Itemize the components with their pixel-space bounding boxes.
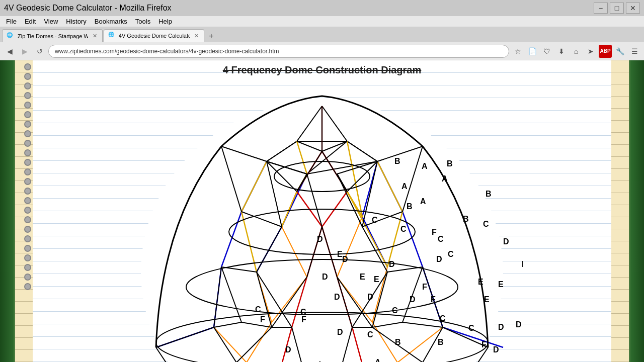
window-controls: − □ ✕ [594,3,640,14]
navigation-icon[interactable]: ➤ [584,45,597,58]
tab-2[interactable]: 🌐 4V Geodesic Dome Calculato... ✕ [104,29,204,42]
svg-text:A: A [401,182,408,191]
menu-help[interactable]: Help [154,17,176,26]
forward-button[interactable]: ▶ [18,45,31,58]
svg-text:D: D [334,293,340,301]
svg-text:E: E [374,275,379,284]
reader-icon[interactable]: 📄 [526,45,539,58]
page-content: 4 Frequency Dome Construction Diagram [0,60,644,362]
download-icon[interactable]: ⬇ [555,45,568,58]
svg-text:D: D [317,235,323,243]
svg-text:D: D [410,295,416,304]
svg-text:D: D [342,255,348,263]
svg-text:D: D [322,273,328,281]
label-A1: A [442,174,448,183]
tab-1-favicon: 🌐 [7,32,15,40]
svg-text:C: C [367,330,373,339]
maximize-button[interactable]: □ [610,3,624,14]
svg-text:F: F [422,283,427,291]
svg-text:B: B [447,159,453,168]
window-title: 4V Geodesic Dome Calculator - Mozilla Fi… [4,4,172,13]
svg-text:A: A [422,162,428,170]
toolbar-right: ☆ 📄 🛡 ⬇ ⌂ ➤ ABP 🔧 ☰ [511,45,641,58]
url-bar[interactable]: www.ziptiedomes.com/geodesic-dome-calcul… [48,45,509,58]
main-content: 4 Frequency Dome Construction Diagram [33,60,611,362]
svg-text:E: E [484,295,490,304]
svg-text:C: C [440,314,446,323]
svg-text:C: C [372,216,378,224]
menu-tools[interactable]: Tools [131,17,154,26]
dome-diagram: A A A A A A A A A A A A A A A A B B B [33,81,611,362]
svg-text:D: D [337,328,343,336]
tab-1[interactable]: 🌐 Zip Tie Domes - Startpage W... ✕ [2,29,103,42]
close-button[interactable]: ✕ [626,3,640,14]
svg-text:C: C [468,324,474,332]
new-tab-button[interactable]: + [205,30,217,42]
svg-text:D: D [493,345,499,354]
svg-text:D: D [498,323,504,331]
adblock-icon[interactable]: ABP [599,45,612,58]
bookmark-icon[interactable]: ☆ [511,45,524,58]
tab-2-favicon: 🌐 [108,32,116,40]
tab-bar: 🌐 Zip Tie Domes - Startpage W... ✕ 🌐 4V … [0,27,644,42]
svg-text:C: C [483,220,489,228]
svg-text:D: D [389,260,395,268]
svg-text:C: C [438,235,444,243]
menu-bar: File Edit View History Bookmarks Tools H… [0,16,644,27]
svg-text:B: B [395,338,401,346]
left-notebook [15,60,33,362]
extension-icon[interactable]: 🔧 [613,45,626,58]
right-notebook [611,60,629,362]
shield-icon[interactable]: 🛡 [540,45,553,58]
svg-text:A: A [375,358,381,362]
minimize-button[interactable]: − [594,3,608,14]
svg-text:F: F [481,340,487,349]
back-button[interactable]: ◀ [3,45,16,58]
menu-file[interactable]: File [2,17,21,26]
dome-svg: A A A A A A A A A A A A A A A A B B B [121,81,523,362]
tab-2-close[interactable]: ✕ [193,32,200,39]
tab-2-label: 4V Geodesic Dome Calculato... [119,33,190,39]
svg-text:D: D [285,345,291,354]
svg-text:D: D [522,260,523,268]
svg-text:C: C [255,305,261,314]
svg-text:D: D [367,293,373,301]
svg-text:E: E [360,273,365,281]
svg-text:E: E [337,250,343,258]
svg-text:B: B [438,338,444,346]
svg-text:E: E [478,278,484,286]
svg-text:D: D [516,320,522,329]
svg-text:F: F [431,295,436,304]
tab-1-label: Zip Tie Domes - Startpage W... [18,33,88,39]
svg-text:E: E [498,280,504,289]
menu-history[interactable]: History [62,17,90,26]
menu-bookmarks[interactable]: Bookmarks [91,17,131,26]
menu-edit[interactable]: Edit [21,17,40,26]
menu-icon[interactable]: ☰ [628,45,641,58]
svg-text:B: B [463,215,469,223]
svg-text:D: D [436,255,442,263]
tab-1-close[interactable]: ✕ [91,33,98,40]
svg-text:B: B [394,157,400,165]
svg-text:A: A [420,197,426,206]
menu-view[interactable]: View [40,17,62,26]
svg-text:C: C [392,306,398,315]
address-bar: ◀ ▶ ↺ www.ziptiedomes.com/geodesic-dome-… [0,42,644,60]
right-panel [611,60,644,362]
home-icon[interactable]: ⌂ [570,45,583,58]
page-title: 4 Frequency Dome Construction Diagram [33,60,611,81]
svg-text:F: F [301,315,306,324]
svg-text:C: C [448,250,454,258]
svg-text:F: F [260,315,265,324]
svg-text:C: C [400,225,407,233]
svg-text:F: F [432,228,437,236]
title-bar: 4V Geodesic Dome Calculator - Mozilla Fi… [0,0,644,16]
url-text: www.ziptiedomes.com/geodesic-dome-calcul… [55,48,279,55]
reload-button[interactable]: ↺ [33,45,46,58]
left-panel [0,60,33,362]
svg-text:D: D [503,237,509,246]
svg-text:B: B [486,190,492,198]
svg-text:B: B [407,202,413,211]
